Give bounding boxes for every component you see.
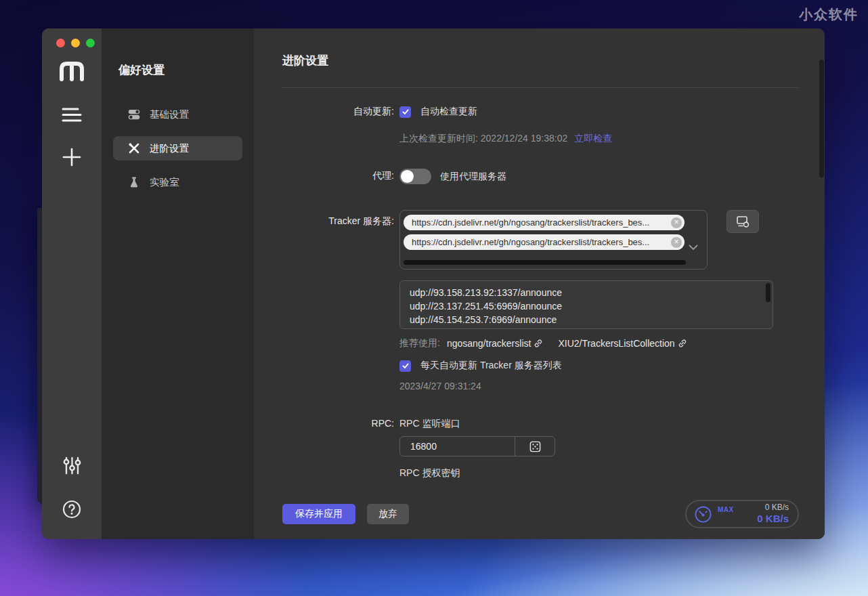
- add-task-icon[interactable]: [42, 148, 102, 167]
- speed-indicator[interactable]: MAX 0 KB/s 0 KB/s: [685, 500, 799, 528]
- download-speed: 0 KB/s: [757, 513, 789, 524]
- edit-trackers-button[interactable]: [726, 210, 759, 233]
- motrix-logo: [42, 60, 102, 81]
- sidebar-item-basic[interactable]: 基础设置: [113, 102, 242, 127]
- speed-max-label: MAX: [718, 506, 734, 513]
- tools-icon: [128, 142, 140, 154]
- last-check-time: 上次检查更新时间: 2022/12/24 19:38:02: [399, 133, 567, 144]
- proxy-label: 代理:: [282, 169, 399, 184]
- remove-tag-icon[interactable]: [671, 217, 682, 228]
- close-window-button[interactable]: [56, 39, 65, 47]
- remove-tag-icon[interactable]: [671, 237, 682, 248]
- tracker-source-tag: https://cdn.jsdelivr.net/gh/ngosang/trac…: [404, 234, 685, 250]
- task-list-icon[interactable]: [42, 107, 102, 123]
- fullscreen-edit-icon: [736, 215, 750, 228]
- chevron-down-icon[interactable]: [689, 242, 698, 253]
- tracker-last-sync-time: 2023/4/27 09:31:24: [399, 381, 799, 391]
- auto-update-label: 自动更新:: [282, 106, 399, 145]
- tracker-label: Tracker 服务器:: [282, 210, 399, 391]
- sidebar-item-label: 基础设置: [150, 108, 189, 121]
- tracker-source-tag: https://cdn.jsdelivr.net/gh/ngosang/trac…: [404, 215, 685, 230]
- horizontal-scrollbar[interactable]: [404, 260, 686, 265]
- tracker-url: udp://45.154.253.7:6969/announce: [410, 313, 763, 326]
- random-port-button[interactable]: [515, 437, 555, 456]
- link-icon: [678, 339, 687, 348]
- flask-icon: [128, 176, 140, 188]
- recommend-label: 推荐使用:: [399, 337, 440, 349]
- check-now-link[interactable]: 立即检查: [574, 133, 612, 144]
- proxy-toggle[interactable]: [399, 169, 431, 184]
- rpc-label: RPC:: [282, 418, 399, 480]
- zoom-window-button[interactable]: [86, 39, 95, 47]
- vertical-scrollbar[interactable]: [766, 283, 771, 302]
- check-icon: [402, 108, 410, 116]
- sidebar-item-lab[interactable]: 实验室: [113, 170, 242, 194]
- icon-rail: [42, 28, 102, 539]
- dice-icon: [529, 440, 542, 453]
- tracker-list-textarea[interactable]: udp://93.158.213.92:1337/announce udp://…: [399, 280, 773, 329]
- recommend-link-ngosang[interactable]: ngosang/trackerslist: [447, 338, 544, 349]
- settings-sidebar: 偏好设置 基础设置: [102, 28, 254, 539]
- minimize-window-button[interactable]: [71, 39, 80, 47]
- auto-update-checkbox-label: 自动检查更新: [420, 106, 477, 118]
- rpc-port-input[interactable]: [400, 437, 515, 456]
- preferences-window: 偏好设置 基础设置: [42, 28, 825, 539]
- toggle-knob: [401, 170, 414, 183]
- save-apply-button[interactable]: 保存并应用: [282, 504, 355, 524]
- content-scrollbar[interactable]: [819, 60, 824, 177]
- auto-update-checkbox[interactable]: [399, 106, 411, 118]
- settings-content: 进阶设置 自动更新: 自动检查更新 上次检查更新时间: 2022/12/24 1…: [254, 28, 825, 539]
- tracker-auto-update-label: 每天自动更新 Tracker 服务器列表: [420, 360, 562, 372]
- header-divider: [282, 87, 799, 88]
- sidebar-item-label: 进阶设置: [150, 142, 189, 155]
- tracker-source-select[interactable]: https://cdn.jsdelivr.net/gh/ngosang/trac…: [399, 210, 708, 270]
- recommend-link-xiu2[interactable]: XIU2/TrackersListCollection: [558, 338, 687, 349]
- help-icon[interactable]: [42, 500, 102, 519]
- link-icon: [534, 339, 543, 348]
- discard-button[interactable]: 放弃: [367, 504, 409, 524]
- watermark: 小众软件: [799, 5, 859, 24]
- tracker-url: udp://93.158.213.92:1337/announce: [410, 286, 763, 299]
- check-icon: [402, 362, 410, 370]
- upload-speed: 0 KB/s: [757, 503, 789, 513]
- rpc-port-input-group: [399, 436, 555, 456]
- preferences-sliders-icon[interactable]: [42, 456, 102, 475]
- sidebar-item-advanced[interactable]: 进阶设置: [113, 136, 242, 161]
- tracker-auto-update-checkbox[interactable]: [399, 360, 411, 372]
- sidebar-title: 偏好设置: [118, 63, 242, 78]
- speedometer-icon: [694, 505, 712, 524]
- tracker-url: udp://23.137.251.45:6969/announce: [410, 299, 763, 313]
- page-title: 进阶设置: [282, 53, 799, 69]
- sidebar-item-label: 实验室: [150, 176, 179, 189]
- toggles-icon: [128, 108, 140, 121]
- rpc-port-label: RPC 监听端口: [399, 418, 799, 430]
- traffic-lights: [56, 39, 95, 47]
- proxy-toggle-label: 使用代理服务器: [440, 171, 506, 183]
- rpc-secret-label: RPC 授权密钥: [399, 467, 799, 480]
